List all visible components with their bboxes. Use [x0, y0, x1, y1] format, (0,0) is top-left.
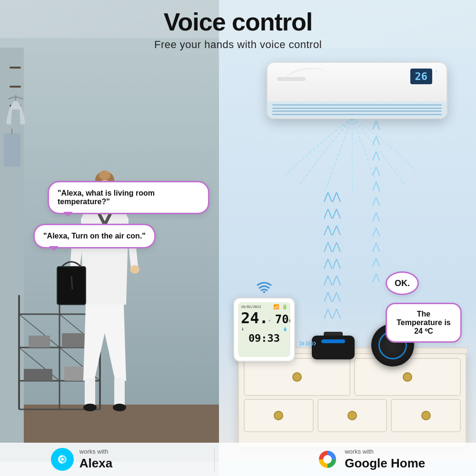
person-svg	[38, 105, 171, 428]
person-area	[38, 105, 171, 428]
bottom-bar: works with Alexa works with Google Home	[0, 443, 476, 476]
svg-text:⋀⋀: ⋀⋀	[323, 240, 341, 252]
svg-text:⋀⋀: ⋀⋀	[323, 207, 341, 219]
works-with-alexa-brand: Alexa	[79, 456, 112, 471]
dresser-drawer-1	[244, 358, 350, 396]
sensor-time: 09:33	[241, 332, 288, 344]
divider	[214, 447, 215, 471]
svg-rect-10	[85, 378, 95, 407]
wifi-icon	[257, 280, 272, 296]
svg-point-2	[99, 170, 110, 180]
works-with-alexa-small: works with	[79, 448, 112, 456]
ac-vents	[268, 101, 446, 118]
svg-text:⋀⋀: ⋀⋀	[323, 190, 341, 202]
dresser-handle-3	[274, 411, 283, 420]
svg-text:»»»: »»»	[299, 337, 317, 348]
speech-bubble-alexa-1: "Alexa, what is living room temperature?…	[48, 181, 209, 214]
dresser-bottom-drawers	[239, 396, 466, 437]
google-logo	[316, 448, 339, 471]
svg-point-9	[130, 265, 139, 274]
dresser-handle-1	[292, 372, 302, 382]
dresser	[238, 352, 466, 447]
hook1	[10, 67, 21, 69]
sensor-icons-row: 🌡 💧	[241, 327, 288, 331]
svg-text:⋀⋀: ⋀⋀	[323, 307, 341, 319]
svg-point-43	[263, 291, 266, 293]
svg-point-13	[113, 404, 126, 411]
speech-bubble-alexa-2: "Alexa, Turn on the air con."	[33, 224, 156, 248]
svg-text:⋀⋀: ⋀⋀	[323, 257, 341, 269]
dresser-drawer-2	[354, 358, 461, 396]
dresser-drawer-5	[391, 399, 461, 432]
svg-point-12	[83, 404, 97, 411]
dresser-drawer-3	[244, 399, 314, 432]
works-with-google-brand: Google Home	[345, 456, 425, 471]
svg-rect-33	[4, 133, 20, 167]
clothes-on-wall	[1, 86, 40, 181]
upward-arrows-svg: ⋀⋀ ⋀⋀ ⋀⋀ ⋀⋀ ⋀⋀ ⋀⋀ ⋀⋀ ⋀⋀	[321, 186, 350, 328]
sensor-screen: 19/02/2023 📶 🔋 24. ᶜ 70 % 🌡 💧 09:33	[238, 302, 290, 357]
works-with-google: works with Google Home	[316, 448, 425, 471]
dresser-handle-2	[403, 372, 412, 382]
header: Voice control Free your hands with voice…	[0, 0, 476, 51]
works-with-google-small: works with	[345, 448, 425, 456]
svg-line-15	[71, 276, 72, 289]
ok-response-bubble: OK.	[386, 271, 419, 295]
sensor-readings: 24. ᶜ 70 %	[241, 310, 288, 326]
svg-point-46	[61, 458, 64, 461]
svg-text:⋀⋀: ⋀⋀	[323, 274, 341, 286]
svg-point-48	[323, 455, 332, 464]
works-with-alexa: works with Alexa	[51, 448, 112, 471]
dresser-handle-5	[421, 411, 431, 420]
alexa-logo	[51, 448, 74, 471]
temperature-response-bubble: The Temperature is 24 ºC	[386, 303, 462, 343]
dresser-handle-4	[347, 411, 357, 420]
sensor-device: 19/02/2023 📶 🔋 24. ᶜ 70 % 🌡 💧 09:33	[233, 298, 295, 362]
ac-unit: 26 °	[267, 62, 447, 119]
svg-rect-11	[114, 378, 125, 407]
svg-text:⋀⋀: ⋀⋀	[323, 224, 341, 236]
page-subtitle: Free your hands with voice control	[0, 39, 476, 51]
svg-text:⋀⋀: ⋀⋀	[323, 290, 341, 302]
page-title: Voice control	[0, 9, 476, 36]
forward-arrows: »»»	[299, 337, 347, 348]
dresser-drawer-4	[317, 399, 387, 432]
ac-display: 26	[410, 69, 433, 84]
